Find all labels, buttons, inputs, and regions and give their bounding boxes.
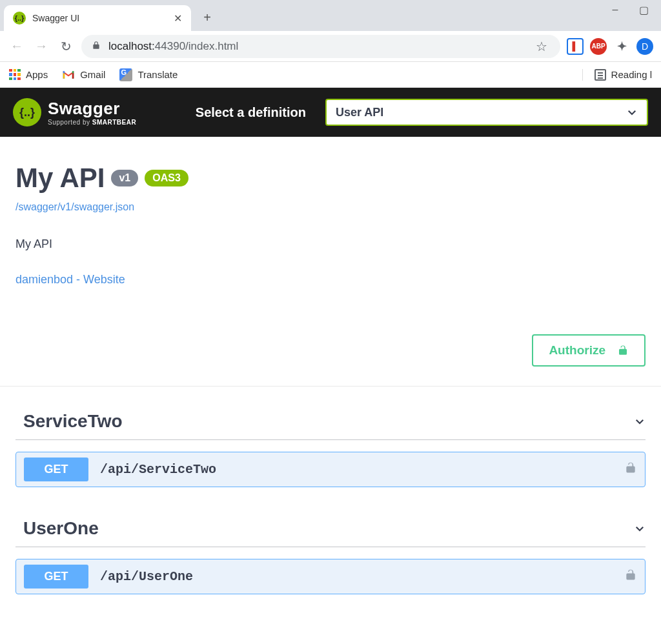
definition-selected-value: User API bbox=[336, 106, 383, 119]
extensions-menu-icon[interactable]: ✦ bbox=[613, 38, 630, 55]
definition-select[interactable]: User API bbox=[325, 99, 648, 126]
url-display: localhost:44390/index.html bbox=[108, 40, 238, 53]
unlock-icon bbox=[624, 569, 637, 585]
operation-row[interactable]: GET /api/UserOne bbox=[15, 559, 646, 594]
spec-json-link[interactable]: /swagger/v1/swagger.json bbox=[15, 201, 134, 213]
operation-path: /api/UserOne bbox=[100, 569, 193, 584]
browser-tab[interactable]: {..} Swagger UI ✕ bbox=[4, 5, 191, 31]
tag-block-servicetwo: ServiceTwo GET /api/ServiceTwo bbox=[15, 406, 646, 487]
api-info-section: My API v1 OAS3 /swagger/v1/swagger.json … bbox=[0, 137, 661, 319]
profile-avatar[interactable]: D bbox=[636, 38, 653, 55]
scheme-section: Authorize bbox=[0, 319, 661, 386]
swagger-logo-icon: {..} bbox=[13, 98, 41, 126]
api-contact-link[interactable]: damienbod - Website bbox=[15, 273, 125, 287]
reload-button[interactable]: ↻ bbox=[57, 37, 75, 55]
bookmark-star-icon[interactable]: ☆ bbox=[536, 39, 550, 54]
api-title: My API bbox=[15, 163, 105, 194]
address-bar[interactable]: localhost:44390/index.html ☆ bbox=[81, 35, 560, 58]
reading-list-label: Reading l bbox=[611, 69, 652, 80]
browser-nav-bar: ← → ↻ localhost:44390/index.html ☆ ▌ ABP… bbox=[0, 31, 661, 62]
apps-grid-icon bbox=[9, 69, 21, 81]
tab-title: Swagger UI bbox=[32, 13, 167, 23]
operations-section: ServiceTwo GET /api/ServiceTwo UserOne G… bbox=[0, 387, 661, 594]
operation-path: /api/ServiceTwo bbox=[100, 462, 216, 477]
definition-select-label: Select a definition bbox=[196, 105, 306, 120]
window-controls: – ▢ bbox=[609, 0, 661, 15]
api-version-badge: v1 bbox=[111, 170, 138, 186]
oas-version-badge: OAS3 bbox=[145, 170, 188, 186]
tag-header[interactable]: UserOne bbox=[15, 513, 646, 547]
bookmark-translate[interactable]: Translate bbox=[119, 68, 178, 81]
extension-icon-1[interactable]: ▌ bbox=[567, 38, 584, 55]
bookmark-label: Translate bbox=[137, 69, 178, 80]
unlock-icon bbox=[624, 461, 637, 478]
minimize-button[interactable]: – bbox=[609, 4, 621, 15]
new-tab-button[interactable]: + bbox=[198, 8, 217, 27]
http-method-badge: GET bbox=[24, 565, 88, 589]
api-description: My API bbox=[15, 237, 646, 251]
unlock-icon bbox=[617, 345, 629, 356]
bookmark-gmail[interactable]: Gmail bbox=[62, 69, 105, 80]
tag-header[interactable]: ServiceTwo bbox=[15, 406, 646, 440]
back-button[interactable]: ← bbox=[8, 37, 26, 55]
gmail-icon bbox=[62, 70, 75, 80]
operation-row[interactable]: GET /api/ServiceTwo bbox=[15, 452, 646, 487]
chevron-down-icon bbox=[634, 416, 646, 427]
tag-name: ServiceTwo bbox=[23, 411, 123, 432]
reading-list-button[interactable]: Reading l bbox=[582, 69, 652, 81]
swagger-logo[interactable]: {..} Swagger Supported by SMARTBEAR bbox=[13, 98, 136, 126]
swagger-favicon: {..} bbox=[13, 12, 26, 25]
browser-tab-strip: {..} Swagger UI ✕ + – ▢ bbox=[0, 0, 661, 31]
chevron-down-icon bbox=[634, 523, 646, 534]
authorize-button-label: Authorize bbox=[549, 343, 605, 357]
reading-list-icon bbox=[595, 69, 606, 81]
close-tab-icon[interactable]: ✕ bbox=[174, 12, 182, 25]
authorize-button[interactable]: Authorize bbox=[532, 334, 646, 367]
swagger-topbar: {..} Swagger Supported by SMARTBEAR Sele… bbox=[0, 88, 661, 137]
translate-icon bbox=[119, 68, 132, 81]
tag-name: UserOne bbox=[23, 518, 99, 539]
adblock-extension-icon[interactable]: ABP bbox=[590, 38, 607, 55]
lock-icon bbox=[92, 41, 101, 52]
tag-block-userone: UserOne GET /api/UserOne bbox=[15, 513, 646, 594]
bookmark-label: Apps bbox=[26, 69, 48, 80]
chevron-down-icon bbox=[626, 106, 638, 118]
maximize-button[interactable]: ▢ bbox=[638, 4, 649, 15]
swagger-brand-text: Swagger bbox=[48, 99, 136, 119]
bookmark-apps[interactable]: Apps bbox=[9, 69, 48, 81]
bookmark-bar: Apps Gmail Translate Reading l bbox=[0, 62, 661, 88]
swagger-supported-by: Supported by SMARTBEAR bbox=[48, 119, 136, 126]
bookmark-label: Gmail bbox=[80, 69, 105, 80]
forward-button[interactable]: → bbox=[32, 37, 50, 55]
http-method-badge: GET bbox=[24, 458, 88, 481]
